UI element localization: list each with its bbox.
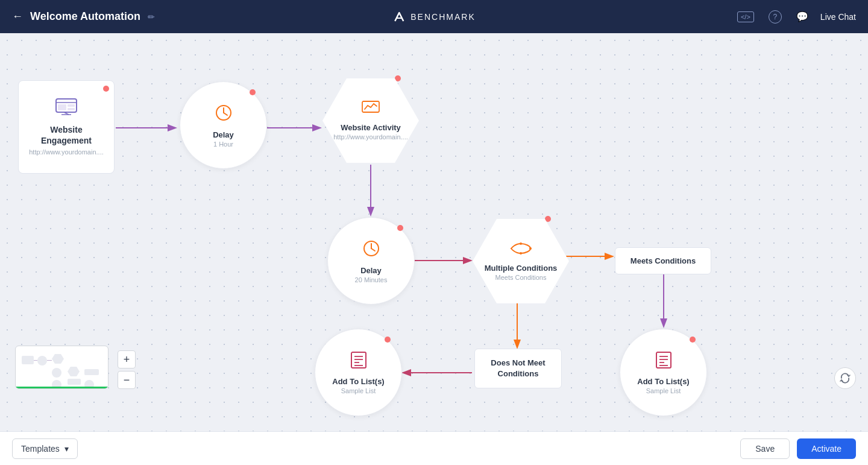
zoom-out-button[interactable]: − <box>118 371 136 389</box>
svg-line-21 <box>371 248 375 251</box>
website-engagement-sub: http://www.yourdomain.... <box>29 148 104 156</box>
live-chat-button[interactable]: Live Chat <box>820 12 856 22</box>
zoom-in-button[interactable]: + <box>118 350 136 369</box>
back-icon: ← <box>12 10 23 23</box>
svg-point-23 <box>520 252 522 255</box>
node-status-dot <box>385 337 391 343</box>
delay-1h-node[interactable]: Delay 1 Hour <box>180 81 267 169</box>
svg-point-24 <box>529 247 532 250</box>
node-status-dot <box>250 89 256 95</box>
website-activity-node[interactable]: Website Activity http://www.yourdomain..… <box>322 78 419 163</box>
delay-20min-node[interactable]: Delay 20 Minutes <box>327 217 415 305</box>
clock-icon-2 <box>362 239 381 262</box>
edit-icon[interactable]: ✏ <box>148 12 155 22</box>
multiple-conditions-node[interactable]: Multiple Conditions Meets Conditions <box>473 219 569 303</box>
automation-canvas[interactable]: Website Engagement http://www.yourdomain… <box>0 33 868 431</box>
back-button[interactable]: ← <box>12 10 23 23</box>
add-to-list-right-node[interactable]: Add To List(s) Sample List <box>620 329 707 416</box>
does-not-meet-title: Does Not MeetConditions <box>491 358 545 379</box>
code-button[interactable]: </> <box>735 9 756 25</box>
svg-rect-12 <box>68 108 75 110</box>
website-engagement-node[interactable]: Website Engagement http://www.yourdomain… <box>18 80 115 174</box>
delay-20min-sub: 20 Minutes <box>355 276 388 283</box>
node-status-dot <box>690 337 696 343</box>
benchmark-logo: BENCHMARK <box>392 10 475 24</box>
delay-1h-sub: 1 Hour <box>213 141 233 148</box>
meets-conditions-node[interactable]: Meets Conditions <box>615 247 711 274</box>
header: ← Welcome Automation ✏ BENCHMARK </> ? 💬… <box>0 0 868 33</box>
list-icon-left <box>350 351 367 373</box>
meets-conditions-title: Meets Conditions <box>631 256 696 265</box>
templates-button[interactable]: Templates ▾ <box>12 438 78 459</box>
mini-map <box>15 346 108 389</box>
clock-icon <box>214 103 233 127</box>
live-chat-label: Live Chat <box>820 12 856 22</box>
add-to-list-left-title: Add To List(s) <box>332 377 384 386</box>
does-not-meet-node[interactable]: Does Not MeetConditions <box>474 349 562 388</box>
website-icon <box>55 98 77 119</box>
header-right: </> ? 💬 Live Chat <box>735 8 856 26</box>
help-button[interactable]: ? <box>766 8 784 26</box>
svg-point-22 <box>520 242 522 245</box>
zoom-controls: + − <box>118 350 136 389</box>
add-to-list-left-sub: Sample List <box>341 387 376 394</box>
add-to-list-left-node[interactable]: Add To List(s) Sample List <box>315 329 402 416</box>
benchmark-text: BENCHMARK <box>410 12 475 22</box>
templates-chevron-icon: ▾ <box>64 444 69 454</box>
node-status-dot <box>103 86 109 92</box>
code-icon: </> <box>737 11 754 22</box>
bottom-bar: Templates ▾ Save Activate <box>0 431 868 465</box>
svg-rect-10 <box>58 104 66 110</box>
header-left: ← Welcome Automation ✏ <box>12 10 155 23</box>
add-to-list-right-title: Add To List(s) <box>637 377 689 386</box>
node-status-dot <box>397 225 403 231</box>
delay-20min-title: Delay <box>360 266 382 275</box>
save-button[interactable]: Save <box>740 438 790 459</box>
svg-rect-11 <box>68 104 75 107</box>
delay-1h-title: Delay <box>213 130 234 139</box>
chat-icon-button[interactable]: 💬 <box>794 8 811 25</box>
multiple-conditions-title: Multiple Conditions <box>485 264 558 273</box>
chat-bubble-icon: 💬 <box>796 11 808 22</box>
add-to-list-right-sub: Sample List <box>646 387 681 394</box>
templates-label: Templates <box>21 444 60 454</box>
multi-cond-hex: Multiple Conditions Meets Conditions <box>473 219 569 303</box>
activate-button[interactable]: Activate <box>797 438 856 459</box>
list-icon-right <box>655 351 672 373</box>
refresh-button[interactable] <box>834 367 856 389</box>
website-engagement-title: Website Engagement <box>26 124 107 146</box>
svg-line-17 <box>224 113 227 115</box>
hex-shape: Website Activity http://www.yourdomain..… <box>322 78 419 163</box>
refresh-icon <box>840 373 851 384</box>
multiple-conditions-sub: Meets Conditions <box>495 274 547 281</box>
website-activity-title: Website Activity <box>341 123 401 132</box>
help-icon: ? <box>769 10 782 24</box>
activity-icon <box>362 101 380 119</box>
page-title: Welcome Automation <box>30 10 140 23</box>
header-center: BENCHMARK <box>392 10 475 24</box>
website-activity-sub: http://www.yourdomain.... <box>333 133 408 141</box>
bottom-right-actions: Save Activate <box>740 438 856 459</box>
conditions-icon <box>510 241 532 260</box>
benchmark-logo-icon <box>392 10 406 24</box>
